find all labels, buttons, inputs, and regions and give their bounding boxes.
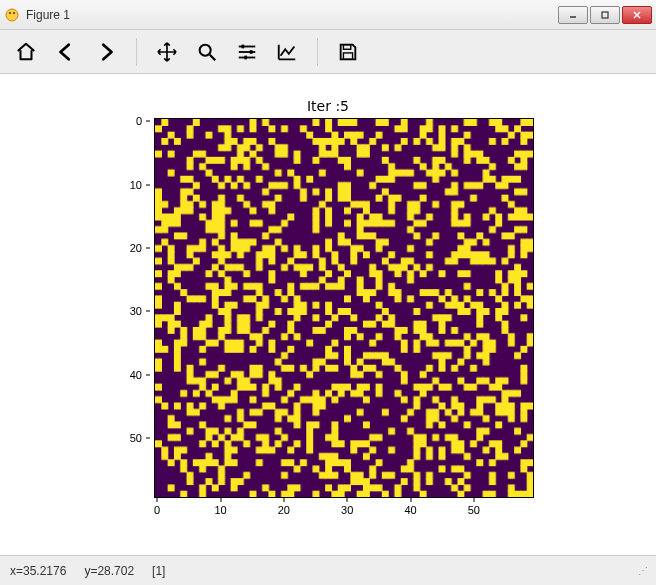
status-bar: x=35.2176 y=28.702 [1] ⋰ xyxy=(0,555,656,585)
heatmap-image xyxy=(155,119,533,497)
save-icon xyxy=(337,41,359,63)
axes xyxy=(154,118,534,498)
save-button[interactable] xyxy=(330,34,366,70)
forward-button[interactable] xyxy=(88,34,124,70)
chart-line-icon xyxy=(276,41,298,63)
window-titlebar: Figure 1 xyxy=(0,0,656,30)
resize-grip[interactable]: ⋰ xyxy=(638,565,646,576)
svg-point-7 xyxy=(200,44,211,55)
maximize-button[interactable] xyxy=(590,6,620,24)
back-button[interactable] xyxy=(48,34,84,70)
pan-button[interactable] xyxy=(149,34,185,70)
edit-axis-button[interactable] xyxy=(269,34,305,70)
chart-title: Iter :5 xyxy=(0,98,656,114)
status-value: [1] xyxy=(152,564,165,578)
zoom-icon xyxy=(196,41,218,63)
toolbar xyxy=(0,30,656,74)
configure-subplots-button[interactable] xyxy=(229,34,265,70)
svg-rect-13 xyxy=(250,50,253,54)
window-controls xyxy=(558,6,652,24)
svg-rect-14 xyxy=(244,55,247,59)
y-axis-ticks: 01020304050 xyxy=(118,118,150,498)
toolbar-separator xyxy=(317,38,318,66)
status-x: x=35.2176 xyxy=(10,564,66,578)
svg-rect-12 xyxy=(242,44,245,48)
sliders-icon xyxy=(236,41,258,63)
svg-line-8 xyxy=(210,54,216,60)
zoom-button[interactable] xyxy=(189,34,225,70)
svg-point-2 xyxy=(13,12,15,14)
toolbar-separator xyxy=(136,38,137,66)
x-axis-ticks: 01020304050 xyxy=(154,498,534,522)
status-y: y=28.702 xyxy=(84,564,134,578)
home-button[interactable] xyxy=(8,34,44,70)
figure-canvas[interactable]: Iter :5 01020304050 01020304050 xyxy=(0,74,656,555)
svg-rect-4 xyxy=(602,12,608,18)
close-button[interactable] xyxy=(622,6,652,24)
back-arrow-icon xyxy=(55,41,77,63)
app-icon xyxy=(4,7,20,23)
move-icon xyxy=(156,41,178,63)
svg-point-0 xyxy=(6,9,18,21)
svg-rect-16 xyxy=(343,52,352,58)
forward-arrow-icon xyxy=(95,41,117,63)
home-icon xyxy=(15,41,37,63)
svg-point-1 xyxy=(9,12,11,14)
minimize-button[interactable] xyxy=(558,6,588,24)
window-title: Figure 1 xyxy=(26,8,558,22)
